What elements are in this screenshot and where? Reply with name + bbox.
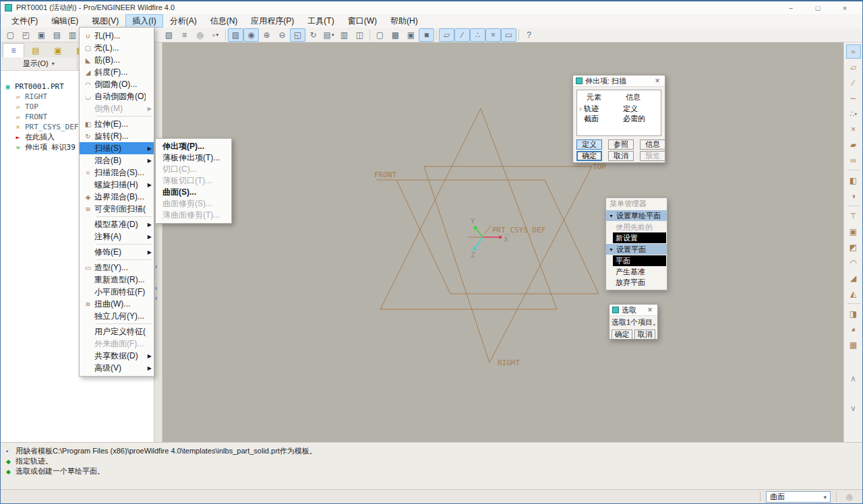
open-file-button[interactable]: ◰ bbox=[18, 28, 34, 42]
menu-item-shared-data[interactable]: 共享数据(D) ▶ bbox=[80, 350, 154, 362]
datum-plane-outline-1[interactable] bbox=[380, 108, 557, 309]
select-ok-button[interactable]: 确定 bbox=[612, 329, 632, 340]
sketch-tool[interactable]: ▰ bbox=[846, 137, 861, 152]
menu-item-model-datum[interactable]: 模型基准(D) ▶ bbox=[80, 218, 154, 230]
menu-tools[interactable]: 工具(T) bbox=[301, 14, 340, 28]
menu-item-helical-sweep[interactable]: 螺旋扫描(H) ▶ bbox=[80, 179, 154, 191]
menu-item-independent-geometry[interactable]: 独立几何(Y)... ▶ bbox=[80, 310, 154, 322]
menu-file[interactable]: 文件(F) bbox=[5, 14, 44, 28]
menu-view[interactable]: 视图(V) bbox=[85, 14, 125, 28]
datum-plane-outline-2[interactable] bbox=[424, 166, 592, 363]
element-row[interactable]: > 轨迹 定义 bbox=[577, 104, 661, 114]
menu-item-revolve[interactable]: ↻ 旋转(R)... ▶ bbox=[80, 130, 154, 142]
menu-item-advanced[interactable]: 高级(V) ▶ bbox=[80, 362, 154, 374]
menu-window[interactable]: 窗口(W) bbox=[341, 14, 384, 28]
submenu-item-thin-protrusion[interactable]: 薄板伸出项(T)... bbox=[156, 152, 231, 164]
selection-filter-dropdown[interactable]: 曲面 ▾ bbox=[766, 491, 831, 503]
paste-button[interactable]: ▧ bbox=[161, 28, 177, 42]
wireframe-button[interactable]: ▢ bbox=[372, 28, 388, 42]
rib-tool[interactable]: ◭ bbox=[846, 286, 861, 301]
dialog-title-bar[interactable]: 选取 × bbox=[609, 305, 657, 316]
zoom-in-button[interactable]: ⊕ bbox=[259, 28, 274, 42]
mm-item-make-datum[interactable]: 产生基准 bbox=[613, 266, 666, 277]
pattern-tool[interactable]: ▦ bbox=[846, 338, 861, 352]
new-file-button[interactable]: ▢ bbox=[3, 28, 18, 42]
navigator-splitter[interactable]: › ‹ ‹ bbox=[154, 42, 162, 442]
draft-tool[interactable]: ◩ bbox=[846, 240, 861, 254]
refs-button[interactable]: 参照 bbox=[608, 139, 634, 150]
annotations-toggle[interactable]: ▭ bbox=[501, 28, 516, 42]
menu-help[interactable]: 帮助(H) bbox=[384, 14, 425, 28]
ok-button[interactable]: 确定 bbox=[576, 151, 602, 161]
menu-edit[interactable]: 编辑(E) bbox=[44, 14, 85, 28]
print-button[interactable]: ▤ bbox=[49, 28, 65, 42]
menu-item-extrude[interactable]: ◧ 拉伸(E)... ▶ bbox=[80, 118, 154, 130]
preview-button[interactable]: 预览 bbox=[640, 151, 665, 161]
menu-item-style[interactable]: ▭ 造型(Y)... ▶ bbox=[80, 261, 154, 274]
tab-model-tree[interactable]: ≡ bbox=[3, 43, 24, 57]
menu-item-boundary-blend[interactable]: ◈ 边界混合(B)... ▶ bbox=[80, 191, 154, 203]
extrude-tool[interactable]: ◧ bbox=[846, 173, 861, 187]
submenu-item-surface[interactable]: 曲面(S)... bbox=[156, 187, 231, 198]
front-plane-label[interactable]: FRONT bbox=[374, 170, 396, 179]
menu-item-hole[interactable]: ∪ 孔(H)... ▶ bbox=[80, 30, 154, 42]
datum-plane-tool[interactable]: ▱ bbox=[846, 60, 861, 74]
shaded-button[interactable]: ■ bbox=[419, 28, 434, 42]
menu-item-cosmetic[interactable]: 修饰(E) ▶ bbox=[80, 246, 154, 258]
submenu-item-thin-cut[interactable]: 薄板切口(T)... bbox=[156, 175, 231, 187]
menu-item-var-sec-sweep[interactable]: ≋ 可变剖面扫描(V)... ▶ bbox=[80, 203, 154, 215]
mm-header-setup-sketch-plane[interactable]: 设置草绘平面 bbox=[606, 210, 667, 221]
coordinate-system[interactable]: X Y Z PRT_CSYS_DEF bbox=[469, 217, 545, 259]
submenu-item-cut[interactable]: 切口(C)... bbox=[156, 164, 231, 175]
csys-tool[interactable]: × bbox=[846, 122, 861, 136]
no-hidden-button[interactable]: ▣ bbox=[403, 28, 419, 42]
minimize-button[interactable]: − bbox=[777, 1, 804, 14]
menu-item-annotation[interactable]: 注释(A) ▶ bbox=[80, 230, 154, 243]
menu-item-shell[interactable]: ▢ 壳(L)... ▶ bbox=[80, 42, 154, 54]
dialog-title-bar[interactable]: 伸出项: 扫描 × bbox=[573, 75, 665, 87]
menu-analysis[interactable]: 分析(A) bbox=[163, 14, 204, 28]
show-dropdown-button[interactable]: 显示(O) ▾ bbox=[1, 57, 78, 70]
menu-item-warp[interactable]: ≋ 扭曲(W)... ▶ bbox=[80, 298, 154, 310]
csys-toggle[interactable]: × bbox=[485, 28, 501, 42]
rail-scroll-up-button[interactable]: ∧ bbox=[846, 371, 861, 385]
find-button[interactable]: ◎ bbox=[192, 28, 208, 42]
mm-item-use-previous[interactable]: 使用先前的 bbox=[613, 222, 666, 232]
cancel-button[interactable]: 取消 bbox=[608, 151, 634, 161]
menu-item-auto-round[interactable]: ◡ 自动倒圆角(O)... ▶ bbox=[80, 90, 154, 102]
menu-item-foreign-surface[interactable]: 外来曲面(F)... ▶ bbox=[80, 338, 154, 350]
datum-axis-tool[interactable]: ∕ bbox=[846, 75, 861, 90]
info-button[interactable]: 信息 bbox=[640, 139, 665, 150]
context-help-button[interactable]: ? bbox=[521, 28, 537, 42]
menu-item-round[interactable]: ◠ 倒圆角(O)... ▶ bbox=[80, 78, 154, 90]
mm-item-plane[interactable]: 平面 bbox=[613, 255, 666, 266]
datum-planes-toggle[interactable]: ▱ bbox=[439, 28, 454, 42]
repaint-button[interactable]: ▨ bbox=[228, 28, 243, 42]
menu-applications[interactable]: 应用程序(P) bbox=[244, 14, 301, 28]
menu-item-udf[interactable]: 用户定义特征(U)... ▶ bbox=[80, 325, 154, 338]
sketched-curve-tool[interactable]: ≈ bbox=[846, 44, 861, 59]
splitter-collapse-icon[interactable]: ‹ bbox=[155, 295, 157, 302]
menu-item-draft[interactable]: ◢ 斜度(F)... ▶ bbox=[80, 66, 154, 78]
shell-tool[interactable]: ▣ bbox=[846, 224, 861, 239]
select-box-button[interactable]: ▫ bbox=[208, 28, 223, 42]
maximize-button[interactable]: □ bbox=[804, 1, 831, 14]
mm-item-quit-plane[interactable]: 放弃平面 bbox=[613, 277, 666, 288]
submenu-item-surface-trim[interactable]: 曲面修剪(S)... bbox=[156, 198, 231, 210]
copy-geometry-tool[interactable]: ∞ bbox=[846, 153, 861, 167]
menu-item-chamfer[interactable]: 倒角(M) ▶ bbox=[80, 102, 154, 115]
view-manager-button[interactable]: ◫ bbox=[352, 28, 367, 42]
menu-item-restyle[interactable]: 重新造型(R)... ▶ bbox=[80, 274, 154, 286]
splitter-expand-icon[interactable]: › bbox=[155, 263, 157, 270]
saved-views-button[interactable]: ▤ bbox=[321, 28, 336, 42]
model-tree-button[interactable]: ≡ bbox=[177, 28, 192, 42]
tab-folder-browser[interactable]: ▣ bbox=[47, 43, 69, 57]
merge-tool[interactable]: ◕ bbox=[846, 322, 861, 336]
datum-axes-toggle[interactable]: ∕ bbox=[454, 28, 470, 42]
chamfer-tool[interactable]: ◢ bbox=[846, 271, 861, 285]
close-icon[interactable]: × bbox=[645, 305, 655, 315]
menu-info[interactable]: 信息(N) bbox=[204, 14, 245, 28]
zoom-out-button[interactable]: ⊖ bbox=[274, 28, 290, 42]
graphics-canvas[interactable]: FRONT TOP RIGHT X Y Z PRT_CSYS_DEF bbox=[162, 42, 845, 442]
select-cancel-button[interactable]: 取消 bbox=[634, 329, 655, 340]
